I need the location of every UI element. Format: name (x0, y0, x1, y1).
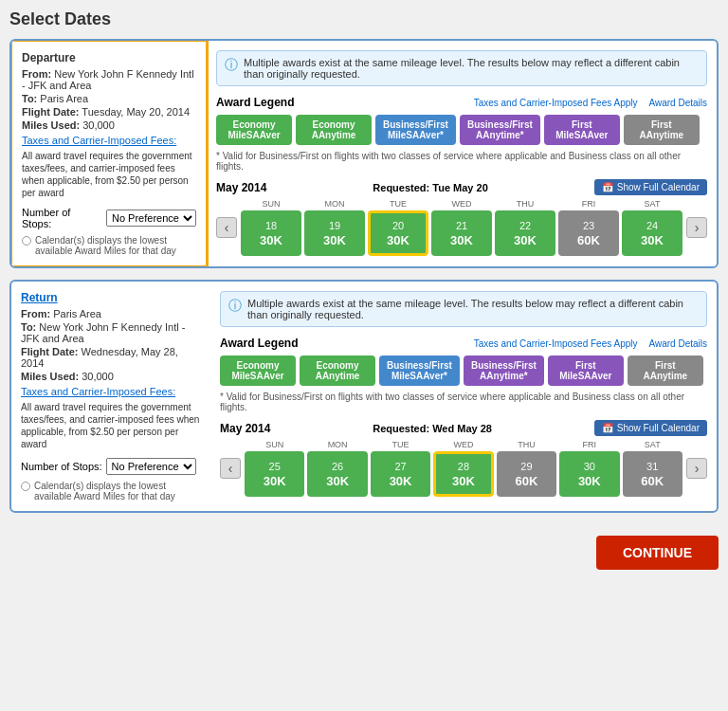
departure-cal-requested: Requested: Tue May 20 (373, 182, 487, 193)
day-23[interactable]: 2360K (558, 210, 619, 256)
day-col-fri: FRI 2360K (558, 199, 619, 256)
day-19[interactable]: 1930K (304, 210, 365, 256)
info-icon: ⓘ (228, 298, 242, 320)
return-to: To: New York John F Kennedy Intl - JFK a… (21, 321, 201, 344)
departure-stops-row: Number of Stops: No Preference Nonstop 1… (22, 207, 196, 229)
return-days: SUN 2530K MON 2630K TUE 2730K WED 2830K … (245, 440, 682, 497)
day-col-wed: WED 2130K (431, 199, 492, 256)
return-footnote: * Valid for Business/First on flights wi… (220, 392, 707, 412)
return-info-box: ⓘ Multiple awards exist at the same mile… (220, 291, 707, 327)
departure-fees-link[interactable]: Taxes and Carrier-Imposed Fees: (22, 135, 196, 146)
legend-business-milesaaver[interactable]: Business/FirstMileSAAver* (375, 115, 456, 145)
return-type[interactable]: Return (21, 291, 201, 304)
return-legend-economy-milesaaver[interactable]: EconomyMileSAAver (220, 356, 296, 386)
departure-legend-boxes: EconomyMileSAAver EconomyAAnytime Busine… (216, 115, 707, 145)
departure-calendar-grid: ‹ SUN 1830K MON 1930K TUE 2030K WED 2130… (216, 199, 707, 256)
return-flight-date: Flight Date: Wednesday, May 28, 2014 (21, 346, 201, 369)
legend-first-milesaaver[interactable]: FirstMileSAAver (544, 115, 620, 145)
departure-legend-links: Taxes and Carrier-Imposed Fees Apply Awa… (474, 98, 707, 108)
legend-economy-aanytime[interactable]: EconomyAAnytime (296, 115, 372, 145)
day-29[interactable]: 2960K (497, 451, 556, 497)
return-stops-select[interactable]: No Preference Nonstop 1 Stop (106, 458, 196, 475)
day-col-sun: SUN 1830K (241, 199, 301, 256)
return-next-button[interactable]: › (686, 458, 707, 479)
day-20-selected[interactable]: 2030K (368, 210, 428, 256)
return-right-panel: ⓘ Multiple awards exist at the same mile… (210, 282, 717, 511)
return-calendar-grid: ‹ SUN 2530K MON 2630K TUE 2730K WED 2830… (220, 440, 707, 497)
return-legend-title: Award Legend (220, 337, 298, 350)
day-col-wed-r: WED 2830K (433, 440, 493, 497)
page-title: Select Dates (9, 9, 719, 29)
return-legend-business-aanytime[interactable]: Business/FirstAAnytime* (464, 356, 544, 386)
taxes-link[interactable]: Taxes and Carrier-Imposed Fees Apply (474, 98, 638, 108)
day-col-mon: MON 1930K (304, 199, 365, 256)
departure-info-box: ⓘ Multiple awards exist at the same mile… (216, 50, 707, 86)
day-22[interactable]: 2230K (495, 210, 555, 256)
departure-show-full-button[interactable]: 📅 Show Full Calendar (594, 179, 707, 195)
day-28-selected[interactable]: 2830K (433, 451, 493, 497)
continue-button[interactable]: CONTINUE (596, 536, 719, 570)
legend-economy-milesaaver[interactable]: EconomyMileSAAver (216, 115, 292, 145)
departure-to: To: Paris Area (22, 93, 196, 104)
departure-days: SUN 1830K MON 1930K TUE 2030K WED 2130K … (241, 199, 682, 256)
day-col-thu: THU 2230K (495, 199, 555, 256)
calendar-icon: 📅 (602, 182, 613, 192)
return-prev-button[interactable]: ‹ (220, 458, 241, 479)
return-cal-requested: Requested: Wed May 28 (373, 423, 492, 434)
day-col-tue-r: TUE 2730K (371, 440, 430, 497)
departure-legend-title: Award Legend (216, 96, 294, 109)
radio-icon (21, 482, 30, 491)
return-fees-link[interactable]: Taxes and Carrier-Imposed Fees: (21, 386, 201, 397)
departure-miles: Miles Used: 30,000 (22, 119, 196, 131)
return-award-details-link[interactable]: Award Details (648, 338, 707, 349)
return-legend-header: Award Legend Taxes and Carrier-Imposed F… (220, 337, 707, 350)
departure-cal-month: May 2014 (216, 181, 266, 194)
return-miles: Miles Used: 30,000 (21, 371, 201, 382)
day-27[interactable]: 2730K (371, 451, 430, 497)
return-legend-economy-aanytime[interactable]: EconomyAAnytime (300, 356, 375, 386)
departure-legend-header: Award Legend Taxes and Carrier-Imposed F… (216, 96, 707, 109)
departure-calendar-note: Calendar(s) displays the lowest availabl… (22, 235, 196, 256)
departure-type: Departure (22, 51, 196, 64)
return-stops-row: Number of Stops: No Preference Nonstop 1… (21, 458, 201, 475)
footer: CONTINUE (9, 524, 719, 574)
legend-business-aanytime[interactable]: Business/FirstAAnytime* (460, 115, 540, 145)
return-fees-text: All award travel requires the government… (21, 401, 201, 450)
departure-prev-button[interactable]: ‹ (216, 217, 237, 238)
day-21[interactable]: 2130K (431, 210, 492, 256)
departure-right-panel: ⓘ Multiple awards exist at the same mile… (207, 41, 717, 266)
departure-from: From: New York John F Kennedy Intl - JFK… (22, 68, 196, 91)
return-legend-links: Taxes and Carrier-Imposed Fees Apply Awa… (474, 338, 707, 349)
departure-next-button[interactable]: › (686, 217, 707, 238)
return-legend-business-milesaaver[interactable]: Business/FirstMileSAAver* (379, 356, 460, 386)
departure-card: Departure From: New York John F Kennedy … (9, 39, 719, 268)
day-30[interactable]: 3030K (559, 451, 619, 497)
award-details-link[interactable]: Award Details (648, 98, 707, 108)
day-24[interactable]: 2430K (622, 210, 682, 256)
departure-stops-select[interactable]: No Preference Nonstop 1 Stop (106, 210, 196, 227)
return-legend-boxes: EconomyMileSAAver EconomyAAnytime Busine… (220, 356, 707, 386)
return-cal-month: May 2014 (220, 422, 270, 435)
day-col-sat: SAT 2430K (622, 199, 682, 256)
info-icon: ⓘ (225, 57, 238, 80)
return-show-full-button[interactable]: 📅 Show Full Calendar (594, 420, 707, 436)
day-31[interactable]: 3160K (623, 451, 682, 497)
day-18[interactable]: 1830K (241, 210, 301, 256)
departure-footnote: * Valid for Business/First on flights wi… (216, 151, 707, 172)
return-taxes-link[interactable]: Taxes and Carrier-Imposed Fees Apply (474, 338, 638, 349)
departure-left-panel: Departure From: New York John F Kennedy … (9, 39, 209, 268)
return-legend-first-aanytime[interactable]: FirstAAnytime (628, 356, 703, 386)
departure-fees-text: All award travel requires the government… (22, 150, 196, 199)
radio-icon (22, 236, 31, 246)
legend-first-aanytime[interactable]: FirstAAnytime (624, 115, 700, 145)
day-25[interactable]: 2530K (245, 451, 304, 497)
return-legend-first-milesaaver[interactable]: FirstMileSAAver (548, 356, 624, 386)
day-col-sat-r: SAT 3160K (623, 440, 682, 497)
day-col-fri-r: FRI 3030K (559, 440, 619, 497)
return-card: Return From: Paris Area To: New York Joh… (9, 280, 719, 513)
day-col-sun-r: SUN 2530K (245, 440, 304, 497)
day-26[interactable]: 2630K (307, 451, 367, 497)
return-calendar-header: May 2014 Requested: Wed May 28 📅 Show Fu… (220, 420, 707, 436)
return-from: From: Paris Area (21, 308, 201, 319)
day-col-thu-r: THU 2960K (497, 440, 556, 497)
